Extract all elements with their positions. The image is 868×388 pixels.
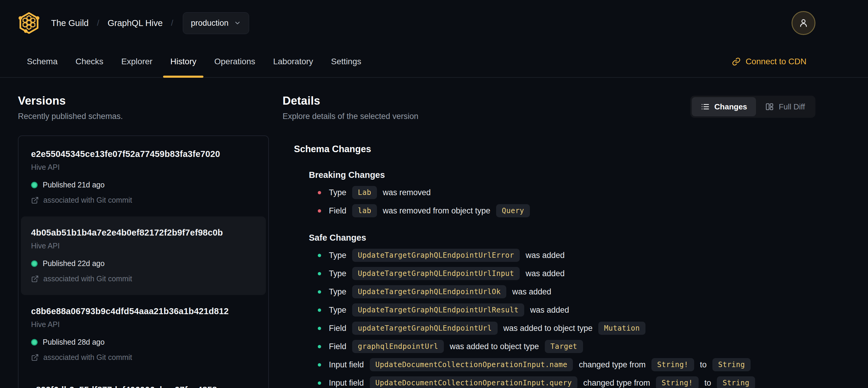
schema-changes-section: Schema Changes Breaking Changes Type Lab… — [283, 144, 815, 388]
change-text: Type — [329, 305, 348, 315]
versions-panel: Versions Recently published schemas. e2e… — [18, 94, 269, 388]
page-content: Versions Recently published schemas. e2e… — [0, 78, 868, 388]
change-item: Type UpdateTargetGraphQLEndpointUrlResul… — [318, 303, 815, 317]
change-text: to — [698, 360, 709, 369]
code-badge: UpdateTargetGraphQLEndpointUrlInput — [352, 267, 520, 280]
change-text: changed type from — [577, 360, 648, 369]
target-selector-dropdown[interactable]: production — [183, 12, 249, 34]
version-card[interactable]: a823f6db2a55df877dcf406006abca97fcc4858c… — [21, 374, 266, 388]
breaking-changes-list: Type Lab was removedField lab was remove… — [318, 186, 815, 217]
published-label: Published 28d ago — [43, 338, 104, 347]
published-status-dot — [31, 182, 38, 188]
git-commit-label: associated with Git commit — [43, 196, 132, 205]
code-badge: String — [712, 358, 751, 371]
bullet-dot — [318, 363, 321, 366]
version-service: Hive API — [31, 241, 256, 250]
external-link-icon — [31, 354, 39, 361]
version-card-selected[interactable]: 4b05ab51b1b4a7e2e4b0ef82172f2b9f7ef98c0b… — [21, 216, 266, 295]
bullet-dot — [318, 345, 321, 348]
change-item: Type UpdateTargetGraphQLEndpointUrlInput… — [318, 267, 815, 280]
view-toggle-group: Changes Full Diff — [690, 96, 815, 118]
code-badge: String — [717, 376, 755, 388]
bullet-dot — [318, 191, 321, 194]
tab-explorer[interactable]: Explorer — [112, 46, 161, 77]
link-chain-icon — [732, 57, 741, 66]
version-hash: a823f6db2a55df877dcf406006abca97fcc4858c — [31, 385, 256, 388]
breadcrumb: The Guild / GraphQL Hive / production — [51, 12, 249, 34]
version-card[interactable]: e2e55045345ce13fe07f52a77459b83fa3fe7020… — [21, 138, 266, 216]
code-badge: Lab — [352, 186, 377, 199]
code-badge: String! — [651, 358, 694, 371]
tab-schema[interactable]: Schema — [18, 46, 67, 77]
code-badge: lab — [352, 204, 377, 217]
version-published: Published 21d ago — [31, 181, 256, 189]
version-service: Hive API — [31, 320, 256, 329]
published-status-dot — [31, 260, 38, 267]
user-menu-button[interactable] — [792, 11, 815, 35]
breadcrumb-org-link[interactable]: The Guild — [51, 18, 89, 28]
version-hash: 4b05ab51b1b4a7e2e4b0ef82172f2b9f7ef98c0b — [31, 228, 256, 238]
version-card[interactable]: c8b6e88a06793b9c4dfd54aaa21b36a1b421d812… — [21, 295, 266, 374]
git-commit-link[interactable]: associated with Git commit — [31, 353, 256, 362]
target-selector-value: production — [191, 19, 228, 28]
details-panel: Details Explore details of the selected … — [283, 94, 815, 388]
git-commit-link[interactable]: associated with Git commit — [31, 196, 256, 205]
tab-laboratory[interactable]: Laboratory — [264, 46, 322, 77]
version-published: Published 28d ago — [31, 338, 256, 347]
git-commit-link[interactable]: associated with Git commit — [31, 274, 256, 283]
published-label: Published 21d ago — [43, 181, 104, 189]
change-text: Input field — [329, 379, 366, 388]
change-item: Input field UpdateDocumentCollectionOper… — [318, 358, 815, 371]
change-text: was added to object type — [501, 324, 595, 333]
versions-subtitle: Recently published schemas. — [18, 112, 269, 121]
code-badge: UpdateTargetGraphQLEndpointUrlOk — [352, 285, 506, 298]
version-hash: c8b6e88a06793b9c4dfd54aaa21b36a1b421d812 — [31, 306, 256, 316]
app-header: The Guild / GraphQL Hive / production Sc… — [0, 0, 868, 78]
change-text: Type — [329, 251, 348, 260]
change-text: was added — [523, 251, 564, 260]
bullet-dot — [318, 272, 321, 275]
breadcrumb-separator: / — [97, 19, 99, 28]
tab-operations[interactable]: Operations — [205, 46, 264, 77]
tab-checks[interactable]: Checks — [67, 46, 112, 77]
details-title: Details — [283, 94, 418, 107]
breadcrumb-project-link[interactable]: GraphQL Hive — [107, 18, 162, 28]
change-text: Input field — [329, 360, 366, 369]
connect-to-cdn-link[interactable]: Connect to CDN — [732, 46, 815, 77]
split-columns-icon — [765, 102, 774, 111]
code-badge: graphqlEndpointUrl — [352, 340, 444, 353]
external-link-icon — [31, 197, 39, 204]
git-commit-label: associated with Git commit — [43, 274, 132, 283]
schema-changes-title: Schema Changes — [294, 144, 815, 154]
tab-history[interactable]: History — [161, 46, 205, 77]
details-subtitle: Explore details of the selected version — [283, 112, 418, 121]
change-item: Input field UpdateDocumentCollectionOper… — [318, 376, 815, 388]
change-text: Type — [329, 287, 348, 297]
change-text: was removed — [380, 188, 431, 197]
code-badge: Mutation — [598, 322, 646, 335]
change-text: was added to object type — [447, 342, 541, 351]
bullet-dot — [318, 381, 321, 385]
code-badge: UpdateTargetGraphQLEndpointUrlError — [352, 249, 520, 262]
details-header: Details Explore details of the selected … — [283, 94, 815, 121]
full-diff-view-label: Full Diff — [779, 102, 805, 112]
full-diff-view-button[interactable]: Full Diff — [756, 97, 814, 116]
user-icon — [798, 17, 809, 29]
code-badge: UpdateDocumentCollectionOperationInput.n… — [370, 358, 573, 371]
bullet-dot — [318, 254, 321, 257]
changes-view-button[interactable]: Changes — [692, 97, 756, 116]
breaking-changes-heading: Breaking Changes — [309, 170, 815, 180]
change-text: Field — [329, 324, 348, 333]
version-list: e2e55045345ce13fe07f52a77459b83fa3fe7020… — [18, 136, 269, 388]
code-badge: UpdateTargetGraphQLEndpointUrlResult — [352, 303, 524, 317]
hive-logo-icon[interactable] — [17, 10, 41, 36]
top-bar: The Guild / GraphQL Hive / production — [0, 0, 868, 46]
code-badge: updateTargetGraphQLEndpointUrl — [352, 322, 497, 335]
bullet-dot — [318, 327, 321, 330]
code-badge: UpdateDocumentCollectionOperationInput.q… — [370, 376, 578, 388]
change-text: Field — [329, 206, 348, 215]
change-item: Field lab was removed from object type Q… — [318, 204, 815, 217]
change-text: to — [702, 379, 714, 388]
change-text: Type — [329, 188, 348, 197]
tab-settings[interactable]: Settings — [322, 46, 370, 77]
